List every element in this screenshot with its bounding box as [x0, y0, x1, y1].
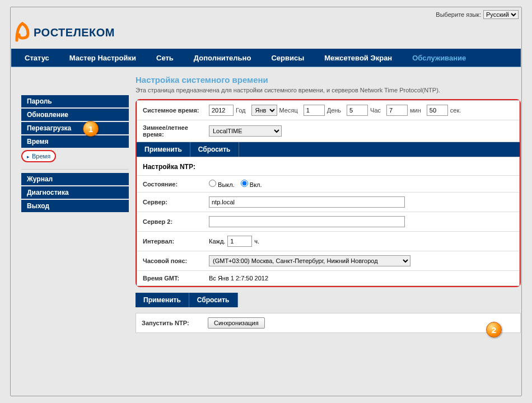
run-ntp-label: Запустить NTP: — [142, 320, 208, 326]
lang-select[interactable]: Русский — [483, 10, 519, 19]
sidebar-item-diagnostics[interactable]: Диагностика — [21, 186, 129, 199]
tz-select[interactable]: (GMT+03:00) Москва, Санкт-Петербург, Ниж… — [209, 255, 410, 266]
ntp-server2-input[interactable] — [209, 216, 405, 227]
nav-firewall[interactable]: Межсетевой Экран — [314, 49, 402, 67]
dst-label: Зимнее/летнее время: — [143, 124, 209, 138]
ntp-state-label: Состояние: — [143, 181, 209, 188]
gmt-value: Вс Янв 1 2:7:50 2012 — [209, 275, 268, 282]
logo-icon — [15, 21, 30, 44]
ntp-off-radio[interactable] — [209, 180, 216, 187]
ntp-server-input[interactable] — [209, 196, 405, 208]
sec-unit: сек. — [450, 107, 461, 114]
page-desc: Эта страница предназначена для настройки… — [136, 87, 521, 93]
min-input[interactable] — [386, 105, 408, 116]
ntp-server-label: Сервер: — [143, 199, 209, 205]
sidebar-item-password[interactable]: Пароль — [21, 95, 129, 107]
sidebar-item-time[interactable]: Время — [21, 135, 129, 148]
day-input[interactable] — [304, 105, 325, 116]
sec-input[interactable] — [427, 105, 448, 116]
annotation-badge-1: 1 — [83, 121, 99, 137]
year-unit: Год — [236, 107, 246, 114]
nav-services[interactable]: Сервисы — [261, 49, 314, 67]
nav-maintenance[interactable]: Обслуживание — [402, 49, 476, 67]
sidebar-item-reboot[interactable]: Перезагрузка — [21, 122, 129, 134]
sidebar-sub-time-label: Время — [32, 153, 50, 160]
sync-button[interactable]: Синхронизация — [208, 317, 265, 329]
dst-select[interactable]: LocalTIME — [209, 125, 282, 137]
year-input[interactable] — [209, 105, 234, 116]
nav-wizard[interactable]: Мастер Настройки — [59, 49, 146, 67]
highlight-box: Системное время: Год Янв Месяц День Час … — [136, 99, 521, 287]
ntp-on-radio[interactable] — [241, 180, 248, 187]
ntp-off-radio-label[interactable]: Выкл. — [209, 180, 235, 188]
ntp-heading: Настройка NTP: — [137, 157, 519, 176]
ntp-each-label: Кажд. — [209, 238, 225, 245]
page-title: Настройка системного времени — [136, 75, 521, 85]
systime-label: Системное время: — [143, 107, 209, 114]
month-select[interactable]: Янв — [251, 105, 277, 116]
sidebar-sub-time[interactable]: ▸Время — [21, 150, 56, 162]
nav-advanced[interactable]: Дополнительно — [184, 49, 262, 67]
brand-text: РОСТЕЛЕКОМ — [34, 26, 115, 39]
nav-network[interactable]: Сеть — [146, 49, 184, 67]
ntp-hours-label: ч. — [254, 238, 259, 245]
month-unit: Месяц — [279, 107, 298, 114]
ntp-interval-input[interactable] — [227, 236, 252, 247]
reset-button-2[interactable]: Сбросить — [189, 293, 238, 307]
ntp-on-radio-label[interactable]: Вкл. — [241, 180, 262, 188]
ntp-interval-label: Интервал: — [143, 238, 209, 245]
sidebar-divider — [21, 169, 129, 170]
lang-label: Выберите язык: — [436, 11, 481, 18]
ntp-server2-label: Сервер 2: — [143, 218, 209, 225]
hour-unit: Час — [370, 107, 381, 114]
reset-button-1[interactable]: Сбросить — [190, 142, 239, 157]
tz-label: Часовой пояс: — [143, 257, 209, 264]
hour-input[interactable] — [347, 105, 368, 116]
gmt-label: Время GMT: — [143, 275, 209, 282]
logo: РОСТЕЛЕКОМ — [11, 21, 521, 44]
day-unit: День — [327, 107, 341, 114]
min-unit: мин — [410, 107, 421, 114]
apply-button-2[interactable]: Применить — [136, 293, 189, 307]
sidebar-item-exit[interactable]: Выход — [21, 200, 129, 212]
annotation-badge-2: 2 — [486, 322, 502, 338]
sidebar-item-log[interactable]: Журнал — [21, 173, 129, 185]
nav-status[interactable]: Статус — [11, 49, 59, 67]
apply-button-1[interactable]: Применить — [137, 142, 190, 157]
main-nav: Статус Мастер Настройки Сеть Дополнитель… — [11, 49, 521, 67]
sidebar-item-update[interactable]: Обновление — [21, 109, 129, 121]
sidebar: Пароль Обновление Перезагрузка Время ▸Вр… — [11, 67, 129, 213]
